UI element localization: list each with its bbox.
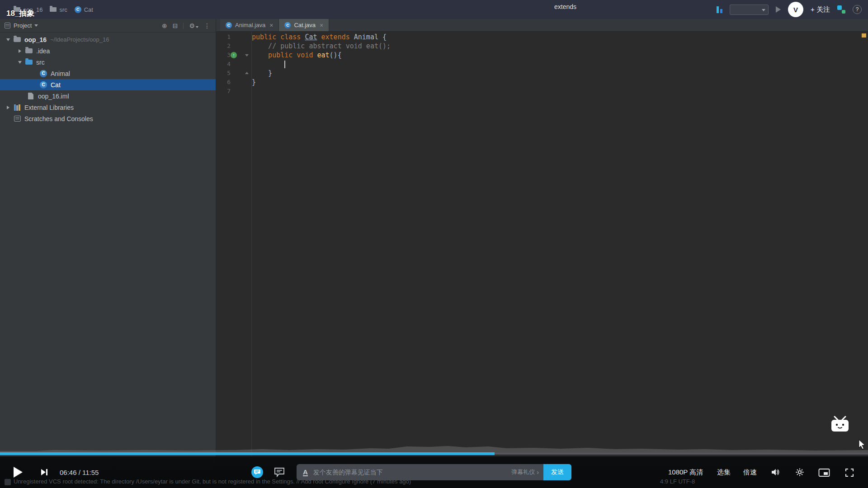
status-bar-icon xyxy=(5,479,11,485)
chevron-down-icon[interactable] xyxy=(18,61,22,64)
tree-item-src[interactable]: src xyxy=(0,56,216,68)
code-line-4 xyxy=(252,60,859,69)
tab-label: Cat.java xyxy=(294,22,316,28)
player-controls: Unregistered VCS root detected: The dire… xyxy=(0,456,868,488)
class-icon: C xyxy=(40,81,47,89)
library-icon xyxy=(14,104,20,111)
next-episode-button[interactable] xyxy=(40,468,49,479)
chevron-right-icon[interactable] xyxy=(7,106,9,109)
fold-marker-icon[interactable] xyxy=(245,54,249,56)
volume-icon[interactable] xyxy=(770,467,780,479)
more-options-icon[interactable]: ⋮ xyxy=(204,22,210,29)
error-stripe-marker[interactable] xyxy=(862,33,866,38)
code-area[interactable]: public class Cat extends Animal { // pub… xyxy=(252,33,859,96)
follow-button[interactable]: + 关注 xyxy=(811,5,830,14)
tree-item-oop16[interactable]: oop_16 ~/IdeaProjects/oop_16 xyxy=(0,34,216,45)
code-token: (){ xyxy=(330,51,342,59)
chevron-right-icon[interactable] xyxy=(19,49,21,53)
quality-button[interactable]: 1080P 高清 xyxy=(668,468,703,477)
run-config-dropdown[interactable] xyxy=(730,5,769,15)
fullscreen-icon[interactable] xyxy=(844,468,854,479)
editor-area: C Animal.java × C Cat.java × 1 2 3 4 5 6… xyxy=(216,19,868,488)
help-icon[interactable]: ? xyxy=(853,5,862,14)
folder-icon xyxy=(25,48,33,53)
ide-status-right: 4:9 LF UTF-8 xyxy=(660,478,695,485)
class-icon: C xyxy=(40,70,47,77)
tree-item-animal[interactable]: C Animal xyxy=(0,68,216,79)
chevron-down-icon[interactable] xyxy=(34,24,38,27)
line-number: 6 xyxy=(218,78,231,87)
time-display: 06:46 / 11:55 xyxy=(60,469,99,476)
chevron-down-icon[interactable] xyxy=(6,38,10,41)
fold-marker-icon[interactable] xyxy=(245,72,249,74)
tree-item-external-libraries[interactable]: External Libraries xyxy=(0,102,216,113)
folder-icon xyxy=(50,7,57,12)
player-settings-gear-icon[interactable] xyxy=(795,467,805,479)
code-line-5: } xyxy=(252,69,859,78)
project-panel: Project ⊕ ⊟ ⚙ ⋮ oop_16 ~/IdeaProjects/oo… xyxy=(0,19,216,488)
class-icon: C xyxy=(284,22,291,28)
tab-cat-java[interactable]: C Cat.java × xyxy=(279,19,329,31)
video-title-overlay: 18_抽象 xyxy=(6,8,34,19)
line-number: 1 xyxy=(218,33,231,42)
picture-in-picture-icon[interactable] xyxy=(818,468,830,479)
tree-item-idea[interactable]: .idea xyxy=(0,45,216,56)
code-token: Animal { xyxy=(350,33,387,41)
code-token: public void xyxy=(252,51,317,59)
tree-item-iml[interactable]: oop_16.iml xyxy=(0,90,216,102)
project-panel-toolbar: Project ⊕ ⊟ ⚙ ⋮ xyxy=(0,19,216,33)
danmaku-input[interactable] xyxy=(308,469,511,476)
collapse-all-icon[interactable]: ⊟ xyxy=(173,22,178,29)
episodes-button[interactable]: 选集 xyxy=(717,468,731,477)
run-icon[interactable] xyxy=(776,6,781,13)
danmaku-toggle-icon[interactable] xyxy=(251,466,263,478)
class-icon: C xyxy=(226,22,232,28)
chevron-right-icon: › xyxy=(537,469,539,476)
class-icon: C xyxy=(75,6,81,13)
locate-icon[interactable]: ⊕ xyxy=(162,22,167,29)
line-number: 4 xyxy=(218,60,231,69)
avatar[interactable]: V xyxy=(788,2,803,17)
tree-item-scratches[interactable]: Scratches and Consoles xyxy=(0,113,216,124)
code-line-7 xyxy=(252,87,859,96)
source-folder-icon xyxy=(25,60,33,65)
code-token xyxy=(317,33,321,41)
ide-titlebar: oop_16 src C Cat extends V + 关注 ? xyxy=(0,0,868,19)
seek-progress xyxy=(0,452,495,455)
play-button[interactable] xyxy=(14,467,23,478)
danmaku-font-icon[interactable]: A xyxy=(303,469,308,476)
danmaku-settings-icon[interactable] xyxy=(274,467,285,479)
project-panel-title[interactable]: Project xyxy=(14,22,32,29)
settings-gear-icon[interactable]: ⚙ xyxy=(189,22,198,29)
seek-bar[interactable] xyxy=(0,445,868,456)
tree-item-cat[interactable]: C Cat xyxy=(0,79,216,90)
titlebar-right-cluster: V + 关注 ? xyxy=(717,0,862,19)
apps-grid-icon[interactable] xyxy=(837,5,845,14)
editor-gutter: 1 2 3 4 5 6 7 xyxy=(216,33,251,96)
stats-icon[interactable] xyxy=(717,6,722,13)
mouse-cursor xyxy=(858,439,866,452)
scratches-icon xyxy=(14,116,21,122)
close-icon[interactable]: × xyxy=(320,22,323,29)
editor-tabs: C Animal.java × C Cat.java × xyxy=(216,19,868,32)
close-icon[interactable]: × xyxy=(269,22,273,29)
speed-button[interactable]: 倍速 xyxy=(743,468,757,477)
text-caret xyxy=(284,61,285,68)
tab-animal-java[interactable]: C Animal.java × xyxy=(220,19,279,31)
override-method-icon[interactable]: ↑ xyxy=(231,52,237,58)
tool-window-icon xyxy=(5,23,10,28)
chevron-down-icon xyxy=(762,9,765,11)
gutter-divider xyxy=(251,32,252,488)
code-token: public class xyxy=(252,33,305,41)
send-danmaku-button[interactable]: 发送 xyxy=(543,464,571,480)
code-token-class-name: Cat xyxy=(305,33,317,41)
tv-mode-icon[interactable] xyxy=(830,416,850,436)
code-token: extends xyxy=(321,33,350,41)
code-token-method-name: eat xyxy=(317,51,330,59)
breadcrumb-leaf[interactable]: C Cat xyxy=(75,6,93,13)
danmaku-etiquette-link[interactable]: 弹幕礼仪 xyxy=(511,468,535,476)
line-number: 7 xyxy=(218,87,231,96)
breadcrumb-src[interactable]: src xyxy=(50,6,67,13)
line-number: 5 xyxy=(218,69,231,78)
breadcrumb-src-label: src xyxy=(59,6,67,13)
